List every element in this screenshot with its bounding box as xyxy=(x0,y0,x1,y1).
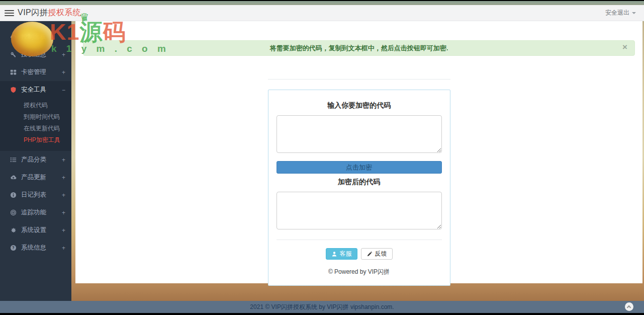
sidebar-item-label: 追踪功能 xyxy=(21,208,62,217)
sidebar-item-product-category[interactable]: 产品分类 + xyxy=(0,151,71,169)
input-section-title: 输入你要加密的代码 xyxy=(277,101,442,110)
sidebar-item-label: 控制面板 xyxy=(21,33,65,41)
sidebar-item-label: 系统设置 xyxy=(21,226,62,234)
sidebar-item-label: 系统信息 xyxy=(21,244,62,252)
encrypt-tool-column: 输入你要加密的代码 点击加密 加密后的代码 客服 反馈 © Powered by… xyxy=(268,79,450,286)
sidebar-item-label: 授权信息 xyxy=(21,50,62,59)
sidebar: 控制面板 授权信息 + 卡密管理 + 安全工具 − xyxy=(0,21,71,301)
info-circle-icon xyxy=(10,192,17,199)
dashboard-icon xyxy=(10,34,17,41)
shield-icon xyxy=(10,87,17,94)
sidebar-item-security-tools[interactable]: 安全工具 − xyxy=(0,81,71,99)
question-circle-icon: ? xyxy=(10,245,17,252)
main-content: 将需要加密的代码，复制到文本框中，然后点击按钮即可加密. × 输入你要加密的代码… xyxy=(75,21,642,283)
sidebar-subitem-online-update-code[interactable]: 在线更新代码 xyxy=(0,123,71,134)
sidebar-subitem-auth-code[interactable]: 授权代码 xyxy=(0,100,71,111)
bullseye-icon xyxy=(10,209,17,216)
cloud-upload-icon xyxy=(10,174,17,181)
sidebar-item-label: 日记列表 xyxy=(21,191,62,199)
sidebar-subitem-php-encrypt-tool[interactable]: PHP加密工具 xyxy=(0,134,71,146)
sidebar-item-label: 卡密管理 xyxy=(21,68,62,76)
code-input-textarea[interactable] xyxy=(277,115,442,153)
sidebar-item-log-list[interactable]: 日记列表 + xyxy=(0,186,71,204)
hamburger-menu-icon[interactable] xyxy=(5,9,14,18)
output-section-title: 加密后的代码 xyxy=(277,178,442,187)
encrypt-panel: 输入你要加密的代码 点击加密 加密后的代码 客服 反馈 © Powered by… xyxy=(268,90,450,286)
footer-text: 2021 © VIP闪拼授权系统 by VIP闪拼 vipshanpin.com… xyxy=(250,303,394,311)
sidebar-item-system-settings[interactable]: 系统设置 + xyxy=(0,221,71,239)
svg-text:?: ? xyxy=(12,246,14,250)
feedback-button[interactable]: 反馈 xyxy=(361,248,393,260)
sidebar-item-product-update[interactable]: 产品更新 + xyxy=(0,169,71,186)
customer-service-button[interactable]: 客服 xyxy=(326,248,357,260)
sidebar-item-label: 产品更新 xyxy=(21,173,62,182)
section-divider xyxy=(268,79,450,80)
encrypt-button[interactable]: 点击加密 xyxy=(277,161,442,174)
brand-title: VIP闪拼授权系统 xyxy=(18,8,81,18)
list-icon xyxy=(10,156,17,164)
card-grid-icon xyxy=(10,69,17,76)
close-icon[interactable]: × xyxy=(622,43,627,51)
code-output-textarea[interactable] xyxy=(277,192,442,229)
brand-secondary: 授权系统 xyxy=(48,8,81,17)
chevron-down-icon xyxy=(632,12,636,14)
sidebar-item-label: 安全工具 xyxy=(21,86,62,94)
chevron-up-icon xyxy=(627,305,631,309)
alert-message: 将需要加密的代码，复制到文本框中，然后点击按钮即可加密. xyxy=(270,44,448,53)
logout-dropdown[interactable]: 安全退出 xyxy=(605,9,636,17)
sidebar-item-dashboard[interactable]: 控制面板 xyxy=(0,28,71,46)
key-icon xyxy=(10,51,17,58)
back-to-top-button[interactable] xyxy=(625,302,633,311)
person-icon xyxy=(331,251,337,257)
sidebar-item-tracking[interactable]: 追踪功能 + xyxy=(0,204,71,221)
sidebar-item-auth-info[interactable]: 授权信息 + xyxy=(0,46,71,63)
panel-divider xyxy=(277,240,442,240)
brand-primary: VIP闪拼 xyxy=(18,8,48,17)
pencil-icon xyxy=(366,251,373,257)
logout-label: 安全退出 xyxy=(605,9,629,17)
sidebar-item-label: 产品分类 xyxy=(21,155,62,164)
success-alert: 将需要加密的代码，复制到文本框中，然后点击按钮即可加密. × xyxy=(83,40,635,56)
footer-bar: 2021 © VIP闪拼授权系统 by VIP闪拼 vipshanpin.com… xyxy=(0,301,644,313)
sidebar-section-security-tools: 安全工具 − 授权代码 到期时间代码 在线更新代码 PHP加密工具 xyxy=(0,81,71,151)
gear-icon xyxy=(10,227,17,234)
sidebar-item-card-mgmt[interactable]: 卡密管理 + xyxy=(0,63,71,81)
sidebar-subitem-expiry-code[interactable]: 到期时间代码 xyxy=(0,111,71,123)
top-navbar: VIP闪拼授权系统 安全退出 xyxy=(0,5,644,21)
sidebar-item-system-info[interactable]: ? 系统信息 + xyxy=(0,239,71,257)
powered-by-text: © Powered by VIP闪拼 xyxy=(277,268,442,276)
